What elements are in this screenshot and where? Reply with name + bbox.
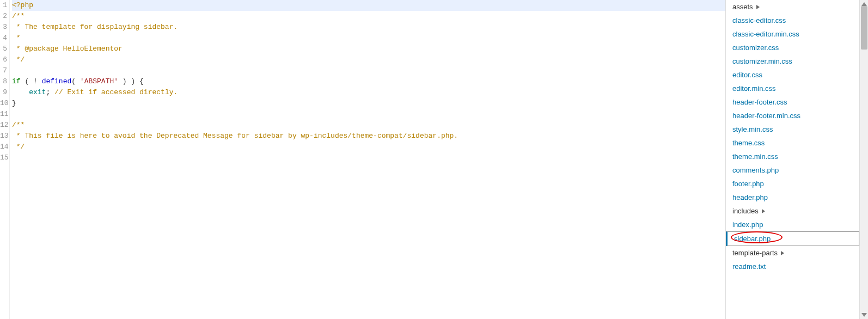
code-line[interactable] <box>12 109 725 120</box>
line-number: 2 <box>0 11 7 22</box>
file-item[interactable]: customizer.css <box>726 41 859 54</box>
code-token: // Exit if accessed directly. <box>54 88 178 96</box>
file-item[interactable]: readme.txt <box>726 260 859 273</box>
line-number: 1 <box>0 0 7 11</box>
code-token: ( ! <box>21 77 42 85</box>
line-number: 8 <box>0 76 7 87</box>
folder-label: assets <box>732 3 753 11</box>
code-line[interactable]: if ( ! defined( 'ABSPATH' ) ) { <box>12 76 725 87</box>
code-token: <?php <box>12 1 33 9</box>
code-line[interactable]: */ <box>12 142 725 152</box>
line-number: 4 <box>0 33 7 44</box>
editor-pane: 123456789101112131415 <?php/** * The tem… <box>0 0 726 319</box>
code-token: /** <box>12 121 25 129</box>
folder-item[interactable]: template-parts <box>726 246 859 260</box>
code-line[interactable]: * The template for displaying sidebar. <box>12 22 725 33</box>
file-item[interactable]: comments.php <box>726 163 859 177</box>
code-line[interactable] <box>12 152 725 163</box>
code-token: ; <box>46 88 54 96</box>
line-number: 3 <box>0 22 7 33</box>
file-label: footer.php <box>732 180 764 188</box>
file-label: index.php <box>732 220 763 229</box>
code-token: if <box>12 77 21 85</box>
folder-item[interactable]: includes <box>726 204 859 218</box>
chevron-right-icon <box>762 209 765 213</box>
code-line[interactable]: <?php <box>12 0 725 11</box>
line-number: 7 <box>0 65 7 76</box>
file-tree-sidebar[interactable]: assetsclassic-editor.cssclassic-editor.m… <box>726 0 859 319</box>
chevron-right-icon <box>781 251 784 255</box>
code-token: * <box>12 34 21 42</box>
line-number: 6 <box>0 54 7 65</box>
file-label: header-footer.css <box>732 98 787 106</box>
file-label: readme.txt <box>732 262 766 271</box>
code-token <box>12 88 29 96</box>
file-item[interactable]: theme.min.css <box>726 150 859 163</box>
file-item[interactable]: sidebar.php <box>726 231 859 246</box>
code-token: 'ABSPATH' <box>80 77 118 85</box>
file-label: classic-editor.css <box>732 16 786 24</box>
code-line[interactable]: /** <box>12 120 725 131</box>
chevron-right-icon <box>756 5 760 9</box>
file-item[interactable]: footer.php <box>726 177 859 191</box>
code-token: defined <box>42 77 72 85</box>
code-line[interactable]: * @package HelloElementor <box>12 44 725 54</box>
file-item[interactable]: editor.min.css <box>726 82 859 95</box>
code-token: * The template for displaying sidebar. <box>12 23 178 31</box>
line-number: 10 <box>0 98 7 109</box>
code-line[interactable]: /** <box>12 11 725 22</box>
scroll-down-arrow-icon[interactable] <box>861 313 867 317</box>
file-label: style.min.css <box>732 125 773 133</box>
line-number: 14 <box>0 142 7 152</box>
file-item[interactable]: header-footer.min.css <box>726 109 859 122</box>
code-line[interactable]: * <box>12 33 725 44</box>
file-item[interactable]: theme.css <box>726 136 859 150</box>
file-item[interactable]: index.php <box>726 218 859 231</box>
folder-label: template-parts <box>732 249 778 257</box>
folder-item[interactable]: assets <box>726 0 859 14</box>
file-label: editor.css <box>732 71 762 79</box>
line-number: 5 <box>0 44 7 54</box>
code-line[interactable]: */ <box>12 54 725 65</box>
line-number: 12 <box>0 120 7 131</box>
code-token: ( <box>71 77 80 85</box>
code-token: */ <box>12 143 25 151</box>
folder-label: includes <box>732 207 759 215</box>
code-token: /** <box>12 12 25 20</box>
file-label: customizer.min.css <box>732 57 792 65</box>
file-label: customizer.css <box>732 44 779 52</box>
file-item[interactable]: editor.css <box>726 68 859 82</box>
code-line[interactable] <box>12 65 725 76</box>
line-number: 13 <box>0 131 7 142</box>
file-label: editor.min.css <box>732 84 775 93</box>
scroll-up-arrow-icon[interactable] <box>861 2 867 6</box>
file-label: theme.css <box>732 139 765 147</box>
line-number-gutter: 123456789101112131415 <box>0 0 10 319</box>
code-token: exit <box>29 88 46 96</box>
code-line[interactable]: exit; // Exit if accessed directly. <box>12 87 725 98</box>
file-item[interactable]: customizer.min.css <box>726 54 859 68</box>
code-line[interactable]: * This file is here to avoid the Depreca… <box>12 131 725 142</box>
scroll-thumb[interactable] <box>861 6 867 50</box>
file-label: header.php <box>732 193 768 201</box>
scroll-track[interactable] <box>860 6 868 313</box>
file-label: sidebar.php <box>734 235 771 243</box>
file-label: header-footer.min.css <box>732 112 800 120</box>
line-number: 9 <box>0 87 7 98</box>
file-label: comments.php <box>732 166 779 174</box>
code-line[interactable]: } <box>12 98 725 109</box>
code-token: * @package HelloElementor <box>12 45 123 53</box>
line-number: 15 <box>0 152 7 163</box>
code-token: */ <box>12 56 25 64</box>
file-item[interactable]: style.min.css <box>726 122 859 136</box>
code-token: ) ) { <box>118 77 144 85</box>
line-number: 11 <box>0 109 7 120</box>
file-item[interactable]: classic-editor.min.css <box>726 27 859 41</box>
code-area[interactable]: <?php/** * The template for displaying s… <box>10 0 725 319</box>
sidebar-scrollbar[interactable] <box>859 0 868 319</box>
code-token: } <box>12 99 16 107</box>
file-item[interactable]: header-footer.css <box>726 95 859 109</box>
file-item[interactable]: classic-editor.css <box>726 14 859 27</box>
file-label: classic-editor.min.css <box>732 30 799 38</box>
file-item[interactable]: header.php <box>726 191 859 204</box>
